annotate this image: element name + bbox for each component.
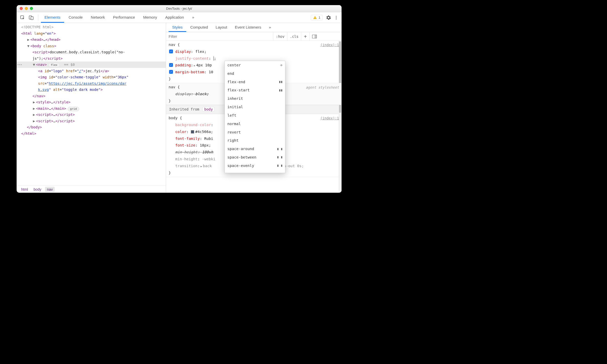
toolbar-separator: [38, 15, 38, 21]
autocomplete-popup[interactable]: center⟛endflex-end▮▮flex-start▮▮inheriti…: [225, 61, 285, 173]
autocomplete-option[interactable]: initial: [225, 103, 285, 111]
autocomplete-option[interactable]: end: [225, 69, 285, 78]
autocomplete-option[interactable]: flex-start▮▮: [225, 86, 285, 94]
autocomplete-option[interactable]: start: [225, 170, 285, 173]
autocomplete-option[interactable]: revert: [225, 128, 285, 137]
property-toggle[interactable]: [169, 70, 173, 74]
subtab-layout[interactable]: Layout: [212, 23, 231, 32]
autocomplete-option-label: center: [227, 62, 241, 69]
close-window-button[interactable]: [20, 7, 23, 10]
disclosure-triangle-icon[interactable]: ▼: [32, 62, 36, 68]
dom-html-open[interactable]: <html lang="en">: [17, 30, 166, 37]
styles-subtabs: Styles Computed Layout Event Listeners »: [166, 23, 342, 32]
more-menu-button[interactable]: [332, 14, 340, 21]
svg-point-5: [336, 16, 337, 17]
autocomplete-option-icon: ⟛: [280, 62, 283, 68]
toggle-computed-sidebar-icon[interactable]: [310, 32, 319, 41]
dom-script-2[interactable]: ▶<script>…</script>: [17, 112, 166, 118]
subtab-event-listeners[interactable]: Event Listeners: [231, 23, 265, 32]
selected-indicator: == $0: [64, 63, 75, 67]
autocomplete-option[interactable]: space-around▮ ▮: [225, 145, 285, 153]
warning-icon: [313, 16, 317, 20]
autocomplete-option[interactable]: flex-end▮▮: [225, 78, 285, 86]
autocomplete-option[interactable]: center⟛: [225, 61, 285, 69]
dom-head[interactable]: ▶<head>…</head>: [17, 37, 166, 43]
tab-network[interactable]: Network: [87, 12, 109, 23]
subtab-more[interactable]: »: [265, 23, 275, 32]
dom-style[interactable]: ▶<style>…</style>: [17, 99, 166, 105]
tab-performance[interactable]: Performance: [110, 12, 139, 23]
dom-main[interactable]: ▶<main>…</main>grid: [17, 105, 166, 112]
dom-script-line1[interactable]: <script>document.body.classList.toggle("…: [17, 49, 166, 55]
autocomplete-option-label: start: [227, 171, 239, 173]
disclosure-triangle-icon[interactable]: ▶: [32, 112, 36, 118]
autocomplete-option[interactable]: normal: [225, 120, 285, 128]
zoom-window-button[interactable]: [30, 7, 33, 10]
panel-tabs: Elements Console Network Performance Mem…: [41, 12, 198, 23]
cls-toggle[interactable]: .cls: [287, 32, 301, 41]
issues-badge[interactable]: 1: [311, 15, 323, 20]
devtools-window: DevTools - jec.fyi/ Elements Console N: [17, 5, 342, 193]
dom-img-line1[interactable]: <img id="color-scheme-toggle" width="36p…: [17, 74, 166, 80]
property-toggle[interactable]: [169, 50, 173, 53]
subtab-styles[interactable]: Styles: [169, 23, 186, 32]
source-link[interactable]: (index):1: [320, 115, 339, 122]
hov-toggle[interactable]: :hov: [273, 32, 287, 41]
dom-anchor[interactable]: <a id="logo" href="/">jec.fyi</a>: [17, 68, 166, 74]
autocomplete-option[interactable]: right: [225, 136, 285, 145]
inherited-from-tag[interactable]: body: [202, 107, 215, 112]
autocomplete-option-icon: ▮ ▮: [277, 154, 283, 161]
dom-body-open[interactable]: ▼<body class>: [17, 43, 166, 49]
subtab-computed[interactable]: Computed: [187, 23, 212, 32]
selector[interactable]: nav {: [169, 41, 338, 48]
disclosure-triangle-icon[interactable]: ▶: [32, 99, 36, 105]
svg-point-6: [336, 17, 337, 18]
tab-elements[interactable]: Elements: [41, 12, 64, 23]
kebab-icon: [334, 15, 338, 20]
shorthand-expand-icon[interactable]: ▶: [194, 64, 195, 67]
tab-console[interactable]: Console: [65, 12, 86, 23]
tab-more[interactable]: »: [189, 12, 198, 23]
property-toggle[interactable]: [169, 63, 173, 67]
dom-nav-close[interactable]: </nav>: [17, 93, 166, 99]
settings-button[interactable]: [325, 14, 332, 21]
shorthand-expand-icon[interactable]: ▶: [201, 165, 202, 168]
color-swatch-icon[interactable]: [191, 130, 194, 134]
dom-script-3[interactable]: ▶<script>…</script>: [17, 118, 166, 124]
styles-rules[interactable]: (index):1 nav { display: flex; justify-c…: [166, 41, 342, 193]
autocomplete-option[interactable]: space-between▮ ▮: [225, 153, 285, 162]
autocomplete-option[interactable]: inherit: [225, 94, 285, 103]
dom-img-line2[interactable]: src="https://jec.fyi/assets/img/icons/da…: [17, 80, 166, 87]
tab-memory[interactable]: Memory: [139, 12, 160, 23]
inspect-element-icon[interactable]: [18, 14, 27, 21]
disclosure-triangle-icon[interactable]: ▶: [27, 37, 30, 43]
svg-rect-3: [315, 17, 315, 18]
tab-application[interactable]: Application: [162, 12, 188, 23]
dom-tree[interactable]: <!DOCTYPE html> <html lang="en"> ▶<head>…: [17, 23, 166, 186]
crumb-body[interactable]: body: [31, 187, 43, 192]
autocomplete-option[interactable]: space-evenly▮ ▮: [225, 162, 285, 170]
dom-doctype[interactable]: <!DOCTYPE html>: [17, 24, 166, 30]
minimize-window-button[interactable]: [25, 7, 28, 10]
dom-nav-open[interactable]: ▼<nav>flex == $0: [17, 62, 166, 68]
elements-panel: <!DOCTYPE html> <html lang="en"> ▶<head>…: [17, 23, 166, 193]
svg-point-7: [336, 18, 337, 19]
crumb-nav[interactable]: nav: [45, 187, 55, 192]
source-link[interactable]: (index):1: [320, 42, 339, 48]
dom-body-close[interactable]: </body>: [17, 124, 166, 130]
styles-filter-input[interactable]: [166, 32, 273, 41]
autocomplete-option-label: space-evenly: [227, 162, 254, 169]
layout-badge-flex[interactable]: flex: [48, 63, 60, 67]
crumb-html[interactable]: html: [19, 187, 30, 192]
layout-badge-grid[interactable]: grid: [68, 107, 79, 111]
new-rule-button[interactable]: +: [301, 32, 310, 41]
dom-html-close[interactable]: </html>: [17, 130, 166, 137]
dom-script-line2[interactable]: js");</script>: [17, 55, 166, 62]
autocomplete-option[interactable]: left: [225, 111, 285, 120]
disclosure-triangle-icon[interactable]: ▼: [27, 43, 30, 49]
dom-img-line3[interactable]: k.svg" alt="toggle dark mode">: [17, 87, 166, 93]
disclosure-triangle-icon[interactable]: ▶: [32, 105, 36, 112]
device-toolbar-icon[interactable]: [27, 14, 36, 21]
decl-display[interactable]: display: flex;: [169, 48, 338, 55]
disclosure-triangle-icon[interactable]: ▶: [32, 118, 36, 124]
